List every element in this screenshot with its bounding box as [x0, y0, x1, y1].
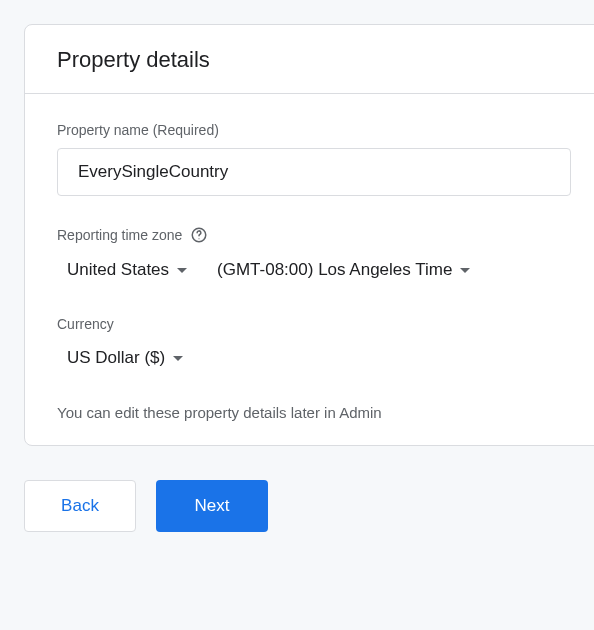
timezone-label: Reporting time zone: [57, 226, 571, 244]
currency-section: Currency US Dollar ($): [57, 316, 571, 374]
currency-dropdown[interactable]: US Dollar ($): [67, 342, 183, 374]
timezone-label-text: Reporting time zone: [57, 227, 182, 243]
admin-note: You can edit these property details late…: [57, 404, 571, 421]
chevron-down-icon: [173, 356, 183, 361]
help-icon[interactable]: [190, 226, 208, 244]
property-name-input[interactable]: [57, 148, 571, 196]
timezone-section: Reporting time zone United States (GMT-0…: [57, 226, 571, 286]
timezone-zone-value: (GMT-08:00) Los Angeles Time: [217, 260, 452, 280]
timezone-country-dropdown[interactable]: United States: [67, 254, 187, 286]
svg-point-1: [199, 238, 200, 239]
back-button[interactable]: Back: [24, 480, 136, 532]
chevron-down-icon: [460, 268, 470, 273]
property-name-label: Property name (Required): [57, 122, 571, 138]
timezone-zone-dropdown[interactable]: (GMT-08:00) Los Angeles Time: [217, 254, 470, 286]
timezone-country-value: United States: [67, 260, 169, 280]
currency-value: US Dollar ($): [67, 348, 165, 368]
card-body: Property name (Required) Reporting time …: [25, 94, 594, 445]
next-button[interactable]: Next: [156, 480, 268, 532]
card-header: Property details: [25, 25, 594, 94]
property-details-card: Property details Property name (Required…: [24, 24, 594, 446]
currency-dropdown-row: US Dollar ($): [57, 342, 571, 374]
footer-buttons: Back Next: [24, 480, 594, 532]
property-name-section: Property name (Required): [57, 122, 571, 196]
chevron-down-icon: [177, 268, 187, 273]
currency-label: Currency: [57, 316, 571, 332]
timezone-dropdowns: United States (GMT-08:00) Los Angeles Ti…: [57, 254, 571, 286]
card-title: Property details: [57, 47, 571, 73]
